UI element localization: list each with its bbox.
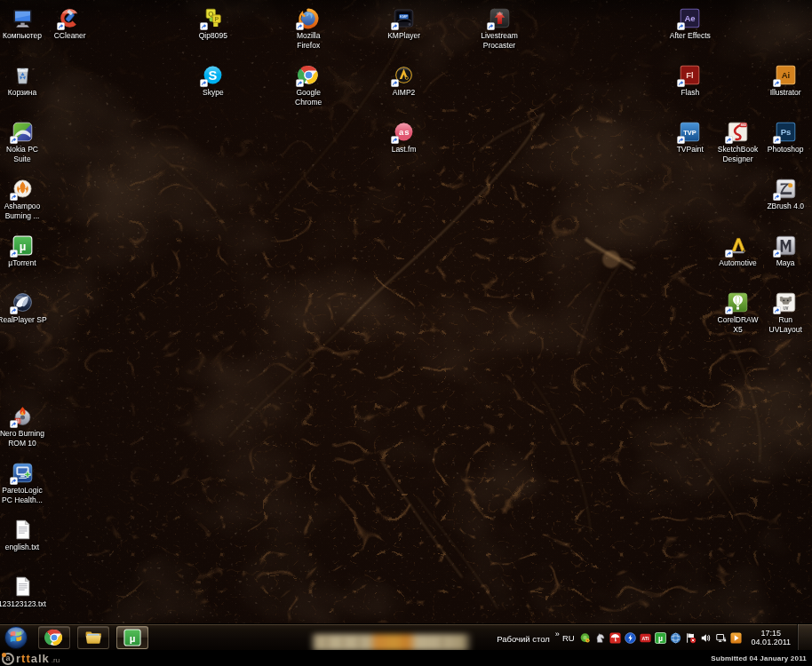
blurred-taskbar-item[interactable]: [310, 634, 473, 651]
desktop-toolbar[interactable]: Рабочий стол »: [497, 634, 559, 644]
media-play-tray-icon[interactable]: [730, 631, 743, 644]
desktop-icon-kmplayer[interactable]: KMP KMPlayer: [371, 7, 437, 41]
shortcut-arrow-overlay-icon: [10, 193, 18, 201]
desktop-icon-mozilla-firefox[interactable]: MozillaFirefox: [275, 7, 341, 51]
taskbar-right-cluster: Рабочий стол » RU ATIµ 17:15 04.01.2011: [497, 624, 812, 651]
shortcut-arrow-overlay-icon: [773, 193, 781, 201]
volume-tray-icon[interactable]: [700, 631, 712, 644]
desktop-icon-art: Ae: [679, 7, 701, 29]
desktop-icon-realplayer-sp[interactable]: RealPlayer SP: [0, 291, 55, 325]
svg-text:Ae: Ae: [685, 13, 696, 23]
shortcut-arrow-overlay-icon: [200, 22, 208, 30]
desktop-icon-zbrush[interactable]: ZBrush 4.0: [752, 178, 812, 211]
taskbar-button-chrome[interactable]: [38, 626, 70, 649]
desktop-icon-livestream-procaster[interactable]: LivestreamProcaster: [466, 7, 532, 51]
desktop-icon-google-chrome[interactable]: GoogleChrome: [275, 64, 341, 107]
desktop-icon-label: Flash: [657, 88, 723, 98]
taskbar-clock[interactable]: 17:15 04.01.2011: [752, 629, 791, 646]
lightning-tray-icon[interactable]: [625, 631, 637, 644]
language-indicator[interactable]: RU: [562, 633, 575, 643]
desktop-icon-after-effects[interactable]: Ae After Effects: [657, 7, 723, 41]
desktop-icon-art: UV: [775, 291, 797, 313]
desktop-icon-label: GoogleChrome: [275, 88, 341, 107]
desktop-icon-label: KMPlayer: [371, 31, 437, 41]
desktop-icon-illustrator[interactable]: Ai Illustrator: [752, 64, 812, 98]
action-center-flag-tray-icon[interactable]: [685, 631, 697, 644]
desktop-icon-lastfm[interactable]: as Last.fm: [371, 121, 437, 155]
utorrent-tray-icon[interactable]: µ: [655, 631, 667, 644]
shortcut-arrow-overlay-icon: [57, 22, 65, 30]
watermark-name-accent: tt: [21, 653, 31, 665]
watermark-orange-dot: [2, 653, 6, 657]
shortcut-arrow-overlay-icon: [10, 420, 18, 428]
green-wheel-tray-icon[interactable]: [579, 631, 592, 644]
desktop-icon-run-uvlayout[interactable]: UV RunUVLayout: [752, 291, 812, 335]
toolbar-chevron-icon[interactable]: »: [555, 630, 559, 638]
desktop-icon-art: [59, 7, 81, 29]
desktop-icon-label: Nero BurningROM 10: [0, 429, 55, 448]
desktop-icon-label: Nokia PCSuite: [0, 145, 55, 164]
desktop-icon-flash[interactable]: Fl Flash: [657, 64, 723, 98]
shortcut-arrow-overlay-icon: [296, 22, 304, 30]
desktop-icon-ccleaner[interactable]: CCleaner: [37, 7, 103, 41]
desktop-icon-paretologic-pc-health[interactable]: ParetoLogicPC Health...: [0, 462, 55, 505]
desktop-icon-ashampoo-burning[interactable]: AshampooBurning ...: [0, 178, 55, 221]
desktop-icon-art: [12, 64, 34, 86]
start-button[interactable]: [4, 625, 28, 650]
desktop-icon-english-txt[interactable]: english.txt: [0, 519, 55, 552]
desktop-icon-label: Last.fm: [371, 145, 437, 155]
desktop-icon-maya[interactable]: Maya: [752, 234, 812, 268]
taskbar-button-explorer[interactable]: [77, 626, 109, 649]
desktop-icon-art: Ai: [775, 64, 797, 86]
desktop-icon-label: MozillaFirefox: [275, 31, 341, 51]
desktop-icon-art: [12, 7, 34, 29]
desktop-icon-nokia-pc-suite[interactable]: Nokia PCSuite: [0, 121, 55, 164]
svg-text:ATI: ATI: [642, 635, 650, 640]
desktop-icon-skype[interactable]: S Skype: [180, 64, 246, 98]
desktop-icon-art: [12, 519, 34, 541]
svg-text:Fl: Fl: [687, 70, 694, 80]
desktop-icon-label: Skype: [180, 88, 246, 98]
utorrent-icon: µ: [123, 628, 142, 647]
desktop-icon-label: english.txt: [0, 543, 55, 552]
desktop-icon-art: S: [202, 64, 224, 86]
shortcut-arrow-overlay-icon: [773, 250, 781, 258]
desktop-icon-art: [12, 575, 34, 598]
shortcut-arrow-overlay-icon: [10, 136, 18, 144]
avira-umbrella-tray-icon[interactable]: [609, 631, 622, 644]
desktop-icon-art: Ps: [775, 121, 797, 143]
shortcut-arrow-overlay-icon: [200, 79, 208, 87]
desktop-icon-art: QP: [202, 7, 224, 29]
desktop-icon-art: as: [393, 121, 415, 143]
desktop-icon-label: Photoshop: [752, 145, 812, 155]
taskbar: Рабочий стол » RU ATIµ 17:15 04.01.2011 …: [0, 623, 812, 650]
taskbar-button-utorrent[interactable]: µ: [116, 626, 148, 649]
desktop-icon-grid: Компьютер CCleaner QP Qip8095 MozillaFir…: [0, 0, 812, 650]
desktop-icon-123123123-txt[interactable]: 123123123.txt: [0, 575, 55, 609]
knight-tray-icon[interactable]: [594, 631, 607, 644]
ati-tray-icon[interactable]: ATI: [640, 631, 652, 644]
blur-blob-segment: [358, 637, 360, 648]
svg-text:Ai: Ai: [781, 70, 790, 80]
shortcut-arrow-overlay-icon: [725, 136, 733, 144]
blur-blob-segment: [442, 637, 443, 648]
desktop-icon-recycle-bin[interactable]: Корзина: [0, 64, 55, 98]
network-display-tray-icon[interactable]: [715, 631, 728, 644]
watermark-logo-icon: a: [2, 653, 14, 665]
show-desktop-button[interactable]: [797, 624, 812, 651]
globe-tray-icon[interactable]: [670, 631, 682, 644]
shortcut-arrow-overlay-icon: [773, 79, 781, 87]
desktop-icon-qip8095[interactable]: QP Qip8095: [180, 7, 246, 41]
explorer-folder-icon: [84, 628, 103, 647]
desktop-icon-art: [775, 234, 797, 257]
chrome-icon: [44, 628, 64, 647]
desktop-icon-art: [12, 121, 34, 143]
desktop-icon-art: [12, 178, 34, 200]
shortcut-arrow-overlay-icon: [677, 79, 685, 87]
desktop-icon-utorrent[interactable]: µ µTorrent: [0, 234, 55, 268]
desktop-icon-photoshop[interactable]: Ps Photoshop: [752, 121, 812, 155]
system-tray: ATIµ: [579, 631, 743, 644]
shortcut-arrow-overlay-icon: [10, 250, 18, 258]
desktop-icon-aimp2[interactable]: AIMP2: [371, 64, 437, 98]
desktop-icon-nero-burning-rom[interactable]: Nero BurningROM 10: [0, 405, 55, 448]
